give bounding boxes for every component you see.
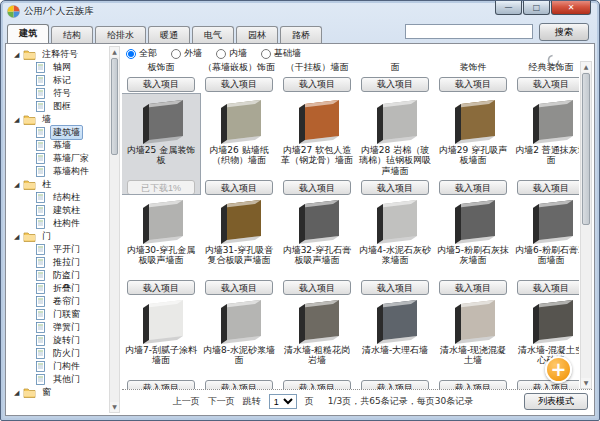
next-page-link[interactable]: 下一页 bbox=[208, 395, 235, 408]
load-into-project-button[interactable]: 载入项目 bbox=[283, 77, 351, 92]
load-into-project-button[interactable]: 载入项目 bbox=[127, 77, 195, 92]
clipped-family-name: 面 bbox=[356, 61, 434, 72]
discipline-tab[interactable]: 电气 bbox=[192, 26, 234, 43]
filter-option[interactable]: 基础墙 bbox=[261, 47, 301, 60]
filter-radio[interactable] bbox=[261, 49, 271, 59]
minimize-button[interactable]: — bbox=[495, 1, 522, 15]
load-into-project-button[interactable]: 载入项目 bbox=[439, 380, 507, 389]
load-into-project-button[interactable]: 载入项目 bbox=[361, 380, 429, 389]
family-card[interactable]: 内墙31-穿孔吸音复合板吸声墙面 载入项目 bbox=[200, 194, 278, 294]
folder-icon bbox=[23, 49, 36, 60]
family-card[interactable]: 清水墙-现浇混凝土墙 载入项目 bbox=[434, 294, 512, 390]
expand-arrow-icon[interactable]: ◢ bbox=[14, 389, 23, 397]
load-into-project-button[interactable]: 载入项目 bbox=[205, 77, 273, 92]
family-card[interactable]: 内墙29 穿孔吸声板墙面 载入项目 bbox=[434, 94, 512, 194]
page-unit-label: 页 bbox=[305, 395, 314, 408]
filter-radio[interactable] bbox=[216, 49, 226, 59]
tree-item-label: 柱构件 bbox=[50, 216, 83, 231]
scroll-up-icon[interactable]: ▲ bbox=[110, 47, 119, 57]
prev-page-link[interactable]: 上一页 bbox=[173, 395, 200, 408]
tree-item[interactable]: ◢ 窗 bbox=[8, 386, 108, 399]
load-into-project-button[interactable]: 载入项目 bbox=[517, 380, 579, 389]
discipline-tab[interactable]: 路桥 bbox=[280, 26, 322, 43]
titlebar: 公用/个人云族库 — □ ✕ bbox=[1, 1, 599, 21]
document-icon bbox=[34, 153, 47, 164]
expand-arrow-icon[interactable]: ◢ bbox=[14, 181, 23, 189]
load-into-project-button[interactable]: 载入项目 bbox=[205, 380, 273, 389]
family-card[interactable]: 内墙5-粉刷石灰抹灰墙面 载入项目 bbox=[434, 194, 512, 294]
discipline-tab[interactable]: 暖通 bbox=[148, 26, 190, 43]
tree-item-label: 幕墙构件 bbox=[50, 164, 92, 179]
family-card[interactable]: 内墙8-水泥砂浆墙面 载入项目 bbox=[200, 294, 278, 390]
page-number-select[interactable]: 1 bbox=[269, 394, 297, 409]
scroll-up-icon[interactable]: ▲ bbox=[581, 62, 591, 72]
tree-scrollbar[interactable]: ▲ ▼ bbox=[109, 46, 120, 413]
family-card[interactable]: 内墙30-穿孔金属板吸声墙面 载入项目 bbox=[122, 194, 200, 294]
family-card[interactable]: 内墙28 岩棉（玻璃棉）毡钢板网吸声墙面 载入项目 bbox=[356, 94, 434, 194]
family-card[interactable]: 内墙6-粉刷石膏罩面墙面 载入项目 bbox=[512, 194, 579, 294]
grid-scroll-thumb[interactable] bbox=[582, 73, 590, 225]
window-title: 公用/个人云族库 bbox=[24, 5, 94, 18]
clipped-family-card: 装饰件 载入项目 bbox=[434, 61, 512, 92]
pagination-bar: 上一页 下一页 跳转 1 页 1/3页，共65条记录，每页30条记录 列表模式 bbox=[122, 389, 592, 413]
family-card[interactable]: 内墙26 贴墙纸（织物）墙面 载入项目 bbox=[200, 94, 278, 194]
family-name: 内墙2 普通抹灰墙面 bbox=[514, 145, 579, 176]
document-icon bbox=[34, 257, 47, 268]
content-panel: ◢ 注释符号 bbox=[5, 43, 595, 416]
filter-label: 内墙 bbox=[229, 47, 247, 60]
scroll-down-icon[interactable]: ▼ bbox=[110, 402, 119, 412]
expand-arrow-icon[interactable]: ◢ bbox=[14, 233, 23, 241]
discipline-tab[interactable]: 园林 bbox=[236, 26, 278, 43]
search-input[interactable] bbox=[405, 24, 533, 39]
discipline-tab[interactable]: 结构 bbox=[51, 26, 93, 43]
family-name: 内墙32-穿孔石膏板吸声墙面 bbox=[280, 245, 354, 276]
filter-radio[interactable] bbox=[171, 49, 181, 59]
load-into-project-button[interactable]: 载入项目 bbox=[127, 380, 195, 389]
load-into-project-button[interactable]: 载入项目 bbox=[283, 380, 351, 389]
clipped-family-card: （干挂板）墙面 载入项目 bbox=[278, 61, 356, 92]
category-tree: ◢ 注释符号 bbox=[8, 46, 120, 413]
tab-bar: 建筑 结构 给排水 暖通 电气 园林 路桥 搜索 bbox=[5, 21, 595, 43]
discipline-tab[interactable]: 给排水 bbox=[95, 26, 146, 43]
tree-item[interactable]: ◢ 幕墙构件 bbox=[8, 165, 108, 178]
family-card[interactable]: 内墙4-水泥石灰砂浆墙面 载入项目 bbox=[356, 194, 434, 294]
tree-item[interactable]: ◢ 其他门 bbox=[8, 373, 108, 386]
wall-swatch-thumbnail bbox=[368, 296, 422, 344]
close-button[interactable]: ✕ bbox=[551, 1, 591, 15]
family-card[interactable]: 清水墙-大理石墙 载入项目 bbox=[356, 294, 434, 390]
wall-swatch-thumbnail bbox=[524, 196, 578, 244]
family-card[interactable]: 内墙2 普通抹灰墙面 载入项目 bbox=[512, 94, 579, 194]
library-main: 全部 外墙 内墙 基础墙 bbox=[122, 46, 592, 413]
load-into-project-button[interactable]: 载入项目 bbox=[439, 77, 507, 92]
folder-icon bbox=[23, 387, 36, 398]
family-card[interactable]: 内墙27 软包人造革（钢龙骨）墙面 载入项目 bbox=[278, 94, 356, 194]
filter-option[interactable]: 内墙 bbox=[216, 47, 247, 60]
maximize-button[interactable]: □ bbox=[523, 1, 550, 15]
document-icon bbox=[34, 75, 47, 86]
family-card[interactable]: 内墙25 金属装饰板 已下载1% bbox=[122, 94, 200, 194]
filter-radio[interactable] bbox=[126, 49, 136, 59]
load-into-project-button[interactable]: 载入项目 bbox=[517, 77, 579, 92]
family-card[interactable]: 内墙7-刮腻子涂料墙面 载入项目 bbox=[122, 294, 200, 390]
family-card[interactable]: 内墙32-穿孔石膏板吸声墙面 载入项目 bbox=[278, 194, 356, 294]
grid-scrollbar[interactable]: ▲ ▼ bbox=[580, 61, 592, 389]
wall-swatch-thumbnail bbox=[368, 96, 422, 144]
expand-arrow-icon[interactable]: ◢ bbox=[14, 116, 23, 124]
clipped-family-name: 板饰面 bbox=[122, 61, 200, 72]
list-mode-button[interactable]: 列表模式 bbox=[524, 393, 588, 410]
family-card[interactable]: 清水墙-粗糙花岗岩墙 载入项目 bbox=[278, 294, 356, 390]
load-into-project-button[interactable]: 载入项目 bbox=[361, 77, 429, 92]
tree-scroll-thumb[interactable] bbox=[111, 58, 118, 155]
filter-option[interactable]: 外墙 bbox=[171, 47, 202, 60]
add-plus-button[interactable]: + bbox=[545, 356, 572, 383]
filter-option[interactable]: 全部 bbox=[126, 47, 157, 60]
tree-item[interactable]: ◢ 图框 bbox=[8, 100, 108, 113]
discipline-tab[interactable]: 建筑 bbox=[7, 24, 49, 43]
expand-arrow-icon[interactable]: ◢ bbox=[14, 51, 23, 59]
record-summary: 1/3页，共65条记录，每页30条记录 bbox=[328, 395, 473, 408]
folder-icon bbox=[23, 179, 36, 190]
tree-item[interactable]: ◢ 柱构件 bbox=[8, 217, 108, 230]
search-button[interactable]: 搜索 bbox=[539, 23, 589, 41]
wall-swatch-thumbnail bbox=[290, 96, 344, 144]
scroll-down-icon[interactable]: ▼ bbox=[581, 378, 591, 388]
